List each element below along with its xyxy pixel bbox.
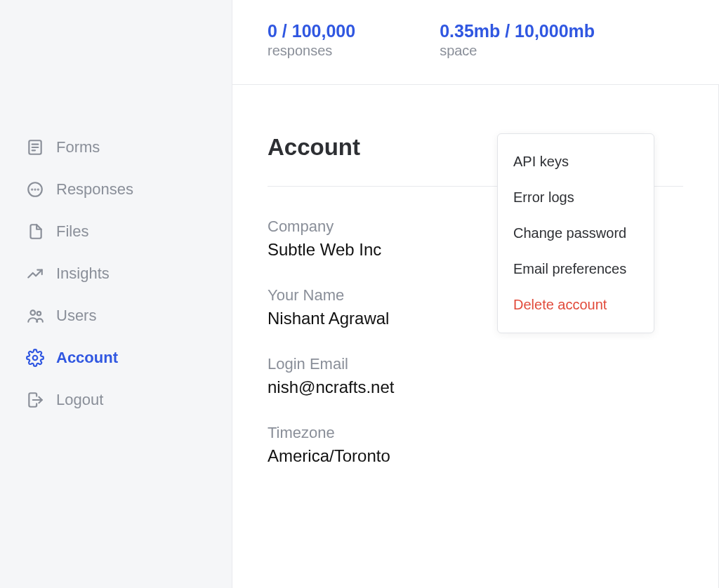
stat-responses: 0 / 100,000 responses [268,21,355,59]
svg-point-6 [34,189,35,189]
users-icon [25,306,45,326]
sidebar-list: Forms Responses Files Insights Users [0,126,232,421]
svg-point-9 [37,312,41,315]
field-timezone: Timezone America/Toronto [268,424,683,466]
sidebar-item-label: Users [56,307,96,325]
menu-item-api-keys[interactable]: API keys [498,144,654,180]
form-icon [25,138,45,157]
account-actions-menu: API keys Error logs Change password Emai… [497,133,654,333]
sidebar-item-label: Logout [56,391,103,409]
gear-icon [25,348,45,368]
sidebar-item-forms[interactable]: Forms [0,126,232,168]
files-icon [25,222,45,241]
stat-space-value: 0.35mb / 10,000mb [440,21,595,41]
chat-icon [25,180,45,199]
insights-icon [25,264,45,283]
sidebar-item-users[interactable]: Users [0,295,232,337]
menu-item-email-preferences[interactable]: Email preferences [498,251,654,287]
sidebar-item-label: Account [56,349,118,367]
field-timezone-label: Timezone [268,424,683,442]
field-email-label: Login Email [268,355,683,373]
field-email: Login Email nish@ncrafts.net [268,355,683,397]
sidebar-item-label: Files [56,222,88,241]
menu-item-delete-account[interactable]: Delete account [498,287,654,323]
stat-space-label: space [440,43,595,59]
sidebar-item-label: Insights [56,265,110,283]
sidebar-item-label: Forms [56,138,100,156]
svg-point-7 [38,189,39,189]
svg-point-5 [32,189,32,189]
stat-space: 0.35mb / 10,000mb space [440,21,595,59]
stat-responses-label: responses [268,43,355,59]
menu-item-change-password[interactable]: Change password [498,215,654,251]
usage-topbar: 0 / 100,000 responses 0.35mb / 10,000mb … [232,0,719,85]
sidebar-item-logout[interactable]: Logout [0,379,232,421]
field-email-value: nish@ncrafts.net [268,377,683,397]
logout-icon [25,390,45,410]
sidebar-item-files[interactable]: Files [0,211,232,253]
sidebar-item-label: Responses [56,180,133,199]
sidebar-item-account[interactable]: Account [0,337,232,379]
stat-responses-value: 0 / 100,000 [268,21,355,41]
sidebar: Forms Responses Files Insights Users [0,0,232,588]
menu-item-error-logs[interactable]: Error logs [498,180,654,215]
sidebar-item-insights[interactable]: Insights [0,253,232,295]
main: 0 / 100,000 responses 0.35mb / 10,000mb … [232,0,719,588]
sidebar-item-responses[interactable]: Responses [0,168,232,211]
svg-point-8 [31,310,36,315]
svg-point-10 [33,356,38,361]
field-timezone-value: America/Toronto [268,446,683,466]
